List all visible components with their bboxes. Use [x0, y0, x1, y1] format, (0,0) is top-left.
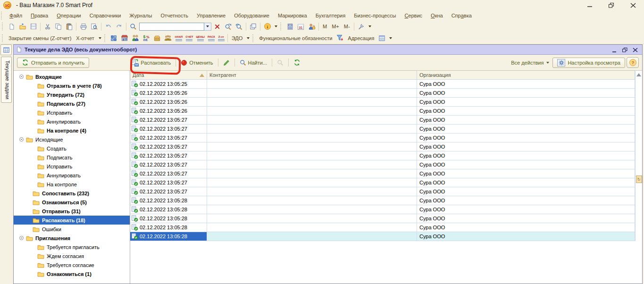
cell-date[interactable]: 02.12.2022 13:05:27: [130, 134, 207, 142]
current-tasks-tab[interactable]: Текущие задачи: [1, 57, 12, 103]
all-actions-button[interactable]: Все действия: [509, 59, 551, 67]
copy-button[interactable]: [53, 22, 64, 32]
invoice-doc-button[interactable]: НАКЛ: [174, 35, 184, 41]
table-row[interactable]: 02.12.2022 13:05:27Сура ООО: [130, 187, 635, 196]
unpack-button[interactable]: Распаковать: [129, 58, 173, 67]
tree-item-Ошибки[interactable]: Ошибки: [14, 225, 130, 234]
tree-item-Исправить[interactable]: Исправить: [14, 162, 130, 171]
cell-date[interactable]: 02.12.2022 13:05:26: [130, 89, 207, 97]
interface-blocks-button[interactable]: [109, 33, 119, 43]
cell-counterparty[interactable]: [207, 116, 417, 124]
service-panel-button[interactable]: [0, 44, 12, 55]
scroll-thumb[interactable]: ↻: [636, 175, 642, 183]
collapse-icon[interactable]: [19, 236, 24, 240]
cell-organization[interactable]: Сура ООО: [417, 214, 635, 223]
cell-organization[interactable]: Сура ООО: [417, 125, 635, 133]
menu-Бухгалтерия[interactable]: Бухгалтерия: [311, 12, 350, 19]
find-previous-button[interactable]: [234, 22, 244, 32]
combo-dropdown-button[interactable]: [204, 23, 211, 31]
duplicate-window-button[interactable]: [248, 22, 259, 32]
addressing-button[interactable]: Адресация: [345, 34, 376, 42]
chevron-down-icon[interactable]: [99, 37, 101, 39]
find-next-button[interactable]: [223, 22, 234, 32]
table-row[interactable]: 02.12.2022 13:05:27Сура ООО: [130, 125, 635, 134]
memory-m-button[interactable]: M: [320, 23, 329, 30]
cell-counterparty[interactable]: [207, 205, 417, 214]
paste-button[interactable]: [64, 22, 75, 32]
cell-organization[interactable]: Сура ООО: [417, 232, 635, 241]
save-button[interactable]: [28, 22, 39, 32]
tree-item-Отразить в учете (78)[interactable]: Отразить в учете (78): [14, 81, 130, 90]
toolbar-grip[interactable]: [2, 34, 4, 42]
cell-counterparty[interactable]: [207, 80, 417, 88]
cell-organization[interactable]: Сура ООО: [417, 89, 635, 97]
collapse-icon[interactable]: [19, 137, 24, 142]
cell-organization[interactable]: Сура ООО: [417, 196, 635, 205]
cell-organization[interactable]: Сура ООО: [417, 116, 635, 124]
table-row[interactable]: 02.12.2022 13:05:27Сура ООО: [130, 116, 635, 125]
cell-date[interactable]: 02.12.2022 13:05:28: [130, 223, 207, 232]
address-table-button[interactable]: [376, 33, 387, 43]
scroll-up-icon[interactable]: [636, 73, 641, 76]
table-row[interactable]: 02.12.2022 13:05:28Сура ООО: [130, 223, 635, 232]
cell-counterparty[interactable]: [207, 232, 417, 241]
column-header-organization[interactable]: Организация: [417, 71, 635, 79]
cell-date[interactable]: 02.12.2022 13:05:27: [130, 116, 207, 124]
menu-Маркировка[interactable]: Маркировка: [274, 12, 311, 19]
cell-counterparty[interactable]: [207, 187, 417, 196]
menu-Правка[interactable]: Правка: [26, 12, 52, 19]
help-button[interactable]: ?: [627, 57, 639, 68]
cell-counterparty[interactable]: [207, 98, 417, 106]
tree-item-Требуется пригласить[interactable]: Требуется пригласить: [14, 242, 130, 251]
table-row[interactable]: 02.12.2022 13:05:28Сура ООО: [130, 214, 635, 223]
toolbar-grip[interactable]: [104, 34, 107, 42]
cell-organization[interactable]: Сура ООО: [417, 98, 635, 106]
cell-counterparty[interactable]: [207, 160, 417, 169]
clear-find-button[interactable]: [275, 58, 285, 67]
column-header-counterparty[interactable]: Контрагент: [207, 71, 417, 79]
archive-box-button[interactable]: [152, 33, 163, 43]
table-row[interactable]: 02.12.2022 13:05:27Сура ООО: [130, 142, 635, 151]
calendar-button[interactable]: 31: [295, 22, 306, 32]
menu-Бизнес-процессы[interactable]: Бизнес-процессы: [350, 12, 400, 19]
toolbar-grip[interactable]: [280, 23, 283, 30]
functional-duties-button[interactable]: Функциональные обязанности: [257, 34, 335, 42]
cell-organization[interactable]: Сура ООО: [417, 223, 635, 232]
store-button[interactable]: [119, 33, 130, 43]
cell-counterparty[interactable]: [207, 134, 417, 142]
cut-button[interactable]: [42, 22, 53, 32]
table-row[interactable]: 02.12.2022 13:05:25Сура ООО: [130, 80, 635, 89]
find-button[interactable]: Найти...: [238, 58, 269, 67]
tree-item-Подписать[interactable]: Подписать: [14, 153, 130, 162]
z-report-doc-button[interactable]: Z-от: [217, 35, 226, 41]
chevron-down-icon[interactable]: [275, 25, 277, 27]
table-row[interactable]: 02.12.2022 13:05:26Сура ООО: [130, 107, 635, 116]
menu-grip[interactable]: [1, 12, 3, 19]
cell-counterparty[interactable]: [207, 178, 417, 187]
cell-date[interactable]: 02.12.2022 13:05:27: [130, 169, 207, 178]
chevron-down-icon[interactable]: [247, 37, 250, 39]
cell-counterparty[interactable]: [207, 169, 417, 178]
toolbar-grip[interactable]: [2, 23, 4, 30]
money-button[interactable]: $%m€: [141, 33, 152, 43]
cell-organization[interactable]: Сура ООО: [417, 80, 635, 88]
doc-minimize-button[interactable]: [611, 47, 617, 52]
tree-item-Утвердить (72)[interactable]: Утвердить (72): [14, 90, 130, 99]
tree-item-Требуется согласие[interactable]: Требуется согласие: [14, 260, 130, 269]
table-row[interactable]: 02.12.2022 13:05:27Сура ООО: [130, 160, 635, 169]
table-row[interactable]: 02.12.2022 13:05:26Сура ООО: [130, 89, 635, 98]
cell-organization[interactable]: Сура ООО: [417, 107, 635, 115]
cell-counterparty[interactable]: [207, 196, 417, 205]
tree-item-Сопоставить (232)[interactable]: Сопоставить (232): [14, 189, 130, 198]
tree-item-Создать[interactable]: Создать: [14, 144, 130, 153]
cell-date[interactable]: 02.12.2022 13:05:26: [130, 107, 207, 115]
cell-counterparty[interactable]: [207, 107, 417, 115]
cell-date[interactable]: 02.12.2022 13:05:28: [130, 214, 207, 223]
collapse-icon[interactable]: [19, 75, 24, 79]
search-button[interactable]: [128, 22, 139, 32]
clear-search-button[interactable]: [212, 22, 223, 32]
tree-item-Приглашения[interactable]: Приглашения: [14, 234, 130, 242]
cell-counterparty[interactable]: [207, 214, 417, 223]
tree-item-Аннулировать[interactable]: Аннулировать: [14, 117, 130, 126]
cell-date[interactable]: 02.12.2022 13:05:28: [130, 232, 207, 241]
